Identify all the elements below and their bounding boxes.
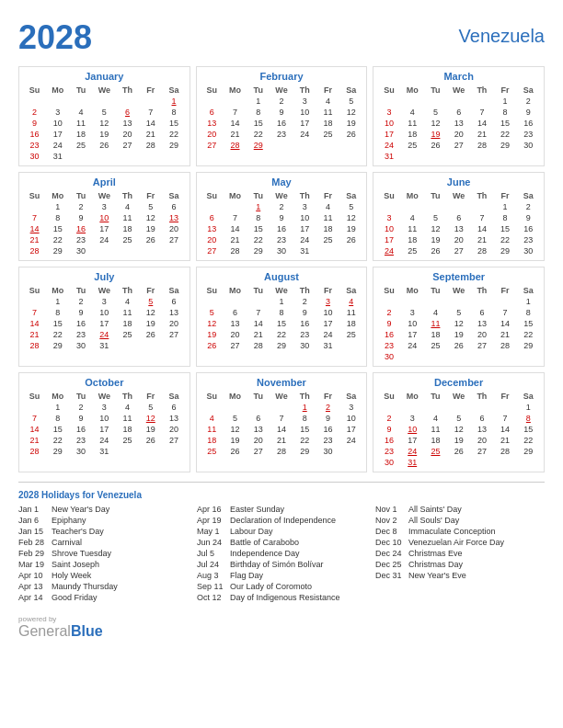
- calendar-day: 8: [494, 107, 517, 118]
- day-header: Tu: [69, 190, 92, 201]
- calendar-day: 19: [139, 223, 162, 234]
- calendar-day: 21: [270, 435, 293, 446]
- calendar-day: 24: [93, 234, 116, 245]
- holiday-date: Dec 10: [375, 538, 405, 547]
- empty-cell: [447, 296, 470, 307]
- empty-cell: [424, 457, 447, 468]
- empty-cell: [424, 96, 447, 107]
- holiday-name: Labour Day: [230, 527, 273, 536]
- calendar-day: 1: [162, 96, 185, 107]
- calendar-day: 11: [69, 118, 92, 129]
- calendar-day: 5: [224, 413, 247, 424]
- calendar-day: 9: [316, 413, 339, 424]
- calendar-day: 11: [339, 307, 362, 318]
- calendar-day: 25: [116, 234, 139, 245]
- empty-cell: [470, 296, 493, 307]
- calendar-day: 19: [424, 129, 447, 140]
- calendar-day: 26: [447, 446, 470, 457]
- calendar-day: 7: [23, 212, 46, 223]
- empty-cell: [447, 351, 470, 362]
- calendar-day: 11: [201, 424, 224, 435]
- holiday-date: Nov 1: [375, 505, 405, 514]
- holiday-name: New Year's Eve: [408, 571, 466, 580]
- calendar-day: 25: [316, 234, 339, 245]
- calendar-day: 25: [201, 446, 224, 457]
- calendar-day: 28: [494, 446, 517, 457]
- month-name: July: [23, 271, 186, 282]
- calendar-day: 14: [494, 318, 517, 329]
- calendar-day: 18: [401, 234, 424, 245]
- day-header: Fr: [494, 190, 517, 201]
- calendar-day: 28: [224, 140, 247, 151]
- empty-cell: [139, 340, 162, 351]
- calendar-day: 28: [470, 140, 493, 151]
- empty-cell: [23, 296, 46, 307]
- calendar-day: 7: [23, 307, 46, 318]
- calendar-day: 29: [46, 340, 69, 351]
- holiday-date: Apr 16: [197, 505, 226, 514]
- calendar-day: 5: [447, 307, 470, 318]
- calendar-day: 23: [69, 435, 92, 446]
- calendar-day: 3: [293, 96, 316, 107]
- empty-cell: [447, 402, 470, 413]
- cal-table: SuMoTuWeThFrSa12345678910111213141516171…: [377, 391, 540, 468]
- day-header: Sa: [162, 285, 185, 296]
- holiday-item: Feb 28Carnival: [18, 538, 188, 547]
- day-header: Mo: [401, 190, 424, 201]
- calendar-day: 6: [116, 107, 139, 118]
- empty-cell: [494, 457, 517, 468]
- calendar-day: 7: [470, 212, 493, 223]
- calendar-day: 20: [162, 223, 185, 234]
- month-name: March: [377, 71, 540, 82]
- calendar-day: 18: [316, 118, 339, 129]
- calendar-day: 27: [201, 245, 224, 256]
- calendar-day: 28: [494, 340, 517, 351]
- calendar-day: 19: [447, 329, 470, 340]
- calendar-day: 21: [23, 234, 46, 245]
- calendar-day: 12: [339, 212, 362, 223]
- calendar-day: 6: [162, 201, 185, 212]
- calendar-day: 18: [116, 424, 139, 435]
- calendar-day: 22: [494, 234, 517, 245]
- empty-cell: [377, 296, 400, 307]
- day-header: Th: [470, 285, 493, 296]
- holiday-date: Dec 8: [375, 527, 405, 536]
- calendar-day: 4: [424, 413, 447, 424]
- month-block-december: DecemberSuMoTuWeThFrSa123456789101112131…: [373, 372, 545, 472]
- day-header: Fr: [494, 85, 517, 96]
- calendar-day: 23: [517, 234, 540, 245]
- holiday-item: Apr 13Maundy Thursday: [18, 582, 188, 591]
- calendar-day: 3: [46, 107, 69, 118]
- calendar-day: 5: [424, 212, 447, 223]
- holiday-date: Dec 25: [375, 560, 405, 569]
- empty-cell: [447, 151, 470, 162]
- holiday-date: Apr 14: [18, 593, 48, 602]
- calendar-day: 22: [293, 435, 316, 446]
- calendar-day: 5: [339, 201, 362, 212]
- calendar-day: 1: [270, 296, 293, 307]
- calendar-day: 10: [93, 212, 116, 223]
- calendar-day: 27: [447, 245, 470, 256]
- empty-cell: [46, 96, 69, 107]
- empty-cell: [116, 96, 139, 107]
- calendar-day: 1: [494, 201, 517, 212]
- holiday-date: Jan 15: [18, 527, 48, 536]
- cal-table: SuMoTuWeThFrSa12345678910111213141516171…: [377, 285, 540, 362]
- calendar-day: 4: [316, 96, 339, 107]
- empty-cell: [401, 151, 424, 162]
- calendar-day: 24: [93, 435, 116, 446]
- calendar-day: 20: [162, 318, 185, 329]
- calendar-day: 24: [377, 245, 400, 256]
- calendar-day: 22: [247, 129, 270, 140]
- day-header: Su: [377, 85, 400, 96]
- holiday-date: Dec 31: [375, 571, 405, 580]
- calendar-day: 14: [224, 118, 247, 129]
- calendar-day: 28: [270, 446, 293, 457]
- calendar-day: 10: [293, 212, 316, 223]
- calendar-day: 30: [517, 140, 540, 151]
- calendar-day: 15: [247, 118, 270, 129]
- calendar-day: 2: [69, 201, 92, 212]
- day-header: Sa: [339, 391, 362, 402]
- calendar-day: 12: [447, 424, 470, 435]
- calendar-day: 6: [162, 296, 185, 307]
